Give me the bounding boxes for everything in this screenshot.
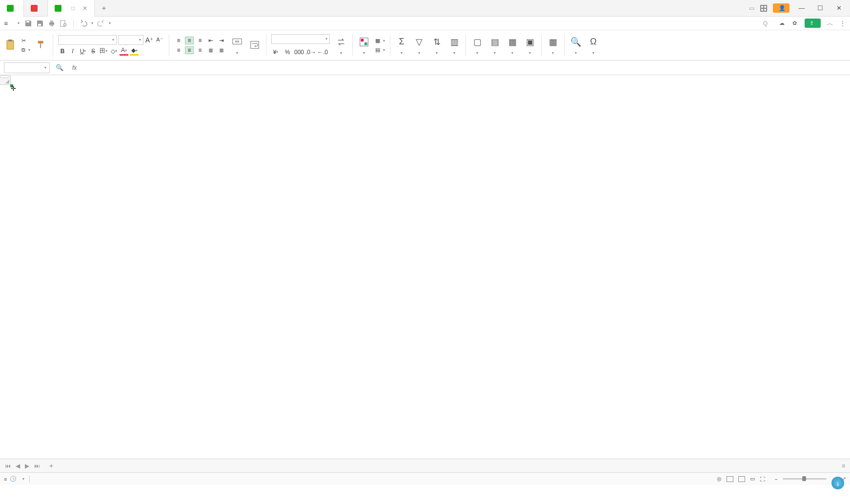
cell-group[interactable]: ▢▾ xyxy=(471,36,484,55)
login-button[interactable]: 👤 xyxy=(773,3,789,13)
zoom-out-button[interactable]: − xyxy=(775,476,778,482)
close-icon[interactable]: ✕ xyxy=(82,5,87,12)
fill-color-button[interactable]: ◆▾ xyxy=(130,47,139,56)
align-left-icon[interactable]: ≡ xyxy=(174,46,183,54)
menu-icon[interactable]: ≡ xyxy=(4,476,7,482)
tab-home[interactable] xyxy=(0,0,24,17)
goto-icon[interactable]: 🔍 xyxy=(56,64,63,71)
undo-icon[interactable] xyxy=(80,20,87,27)
sheet-nav-next-icon[interactable]: ▶ xyxy=(23,463,31,469)
worksheet-icon: ▦ xyxy=(506,36,519,48)
fill-group[interactable]: ▥▾ xyxy=(448,36,461,55)
sheet-group[interactable]: ▦▾ xyxy=(506,36,519,55)
redo-dropdown-icon[interactable]: ▾ xyxy=(109,21,111,25)
cell-style-icon: ▤ xyxy=(375,47,380,53)
save-icon[interactable] xyxy=(24,20,32,27)
align-bottom-icon[interactable]: ≡ xyxy=(196,37,204,44)
bold-button[interactable]: B xyxy=(58,47,67,56)
font-color-button[interactable]: A▾ xyxy=(120,47,128,56)
table-tool-group[interactable]: ▦▾ xyxy=(546,36,559,55)
border-button[interactable]: 田▾ xyxy=(99,47,108,56)
coop-button[interactable]: ✿ xyxy=(792,20,799,26)
decrease-font-icon[interactable]: A⁻ xyxy=(155,36,164,44)
fx-icon[interactable]: fx xyxy=(72,64,77,71)
more-icon[interactable]: ⋮ xyxy=(839,20,846,27)
currency-icon[interactable]: ¥▾ xyxy=(271,48,280,57)
tab-document[interactable]: □ ✕ xyxy=(48,0,95,17)
comma-icon[interactable]: 000 xyxy=(295,48,304,57)
chevron-down-icon[interactable]: ▾ xyxy=(18,21,20,25)
zoom-slider[interactable] xyxy=(783,478,827,480)
cloud-button[interactable]: ☁ xyxy=(779,20,787,26)
indent-increase-icon[interactable]: ⇥ xyxy=(217,37,226,44)
undo-dropdown-icon[interactable]: ▾ xyxy=(91,21,93,25)
font-name-select[interactable]: ▾ xyxy=(58,35,117,45)
eye-icon[interactable]: ◎ xyxy=(717,476,722,482)
format-painter-group[interactable] xyxy=(35,39,48,52)
align-top-icon[interactable]: ≡ xyxy=(174,37,183,44)
erase-button[interactable]: ◇▾ xyxy=(109,47,118,56)
merge-group[interactable]: ▾ xyxy=(231,36,243,55)
minimize-button[interactable]: — xyxy=(795,4,808,12)
close-window-button[interactable]: ✕ xyxy=(832,4,845,12)
table-tool-label: ▾ xyxy=(552,49,554,55)
fullscreen-icon[interactable]: ⛶ xyxy=(760,476,765,482)
filter-group[interactable]: ▽▾ xyxy=(413,36,425,55)
increase-font-icon[interactable]: A⁺ xyxy=(145,36,154,44)
print-icon[interactable] xyxy=(48,20,56,27)
sheet-nav-first-icon[interactable]: ⏮ xyxy=(3,463,13,469)
collapse-ribbon-icon[interactable]: ︿ xyxy=(827,19,833,28)
page-view-icon[interactable] xyxy=(738,476,745,482)
rowcol-group[interactable]: ▤▾ xyxy=(488,36,501,55)
symbol-group[interactable]: Ω▾ xyxy=(587,36,600,55)
chevron-down-icon[interactable]: ▾ xyxy=(22,477,24,481)
align-center-icon[interactable]: ≡ xyxy=(185,46,194,54)
decrease-decimal-icon[interactable]: ←.0 xyxy=(318,48,327,57)
indent-decrease-icon[interactable]: ⇤ xyxy=(206,37,215,44)
cell-style-button[interactable]: ▤▾ xyxy=(375,47,385,53)
freeze-group[interactable]: ▣▾ xyxy=(524,36,536,55)
magnifier-icon: 🔍 xyxy=(569,36,582,48)
layout-icon[interactable]: ▭ xyxy=(749,5,754,12)
search-icon[interactable]: Q xyxy=(763,20,768,27)
paste-group[interactable] xyxy=(4,39,17,52)
normal-view-icon[interactable] xyxy=(727,476,733,482)
grid-icon[interactable] xyxy=(760,5,767,12)
name-box[interactable]: ▾ xyxy=(4,62,50,73)
table-style-button[interactable]: ▦▾ xyxy=(375,38,385,44)
tab-template[interactable] xyxy=(24,0,48,17)
wrap-group[interactable] xyxy=(248,39,261,52)
save-as-icon[interactable] xyxy=(36,20,44,27)
distribute-icon[interactable]: ≣ xyxy=(217,46,226,54)
print-preview-icon[interactable] xyxy=(60,20,67,27)
redo-icon[interactable] xyxy=(97,20,105,27)
tab-add[interactable]: ＋ xyxy=(95,4,113,13)
align-middle-icon[interactable]: ≡ xyxy=(185,37,194,44)
sheet-nav-prev-icon[interactable]: ◀ xyxy=(14,463,22,469)
sheet-add-button[interactable]: ＋ xyxy=(44,462,59,470)
percent-icon[interactable]: % xyxy=(283,48,292,57)
sheet-list-icon[interactable]: ≡ xyxy=(840,463,847,469)
copy-button[interactable]: ⧉▾ xyxy=(21,47,30,53)
increase-decimal-icon[interactable]: .0→ xyxy=(306,48,315,57)
italic-button[interactable]: I xyxy=(68,47,77,56)
menu-icon[interactable]: ≡ xyxy=(4,20,8,27)
strike-button[interactable]: S xyxy=(89,47,98,56)
reading-view-icon[interactable]: ▭ xyxy=(750,476,755,482)
number-format-select[interactable]: ▾ xyxy=(271,34,330,44)
find-group[interactable]: 🔍▾ xyxy=(569,36,582,55)
font-size-select[interactable]: ▾ xyxy=(118,35,143,45)
zoom-thumb[interactable] xyxy=(802,476,806,481)
maximize-button[interactable]: ☐ xyxy=(814,4,827,12)
sort-group[interactable]: ⇅▾ xyxy=(430,36,443,55)
share-button[interactable]: ⇪ xyxy=(805,19,821,28)
justify-icon[interactable]: ≣ xyxy=(206,46,215,54)
align-right-icon[interactable]: ≡ xyxy=(196,46,204,54)
sum-group[interactable]: Σ▾ xyxy=(395,36,408,55)
sheet-nav-last-icon[interactable]: ⏭ xyxy=(32,463,42,469)
sheet-label: ▾ xyxy=(511,49,513,55)
cut-button[interactable]: ✂ xyxy=(21,38,27,44)
underline-button[interactable]: U▾ xyxy=(79,47,87,56)
cond-fmt-group[interactable]: ▾ xyxy=(358,36,370,55)
type-convert-group[interactable]: ▾ xyxy=(335,36,347,55)
